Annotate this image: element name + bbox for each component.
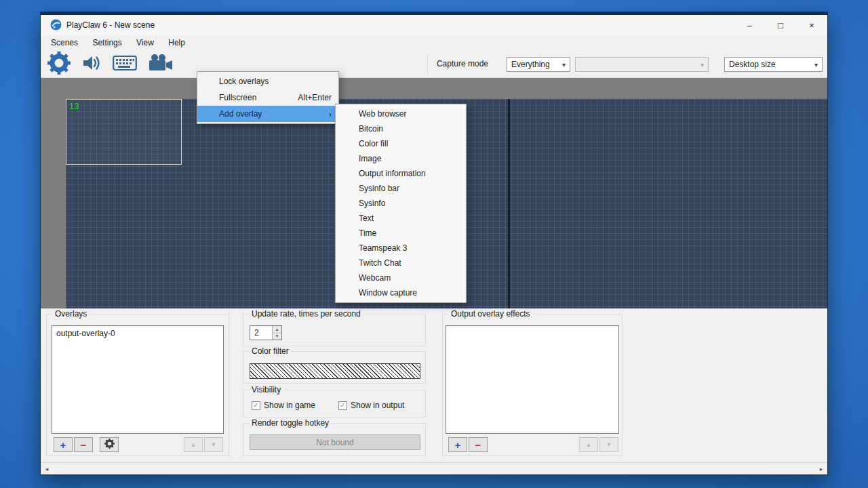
menu-item-label: Sysinfo bar: [359, 184, 399, 193]
submenu-item-output-information[interactable]: Output information: [336, 166, 466, 181]
submenu-item-text[interactable]: Text: [336, 211, 466, 226]
visibility-title: Visibility: [249, 385, 283, 394]
submenu-item-twitch-chat[interactable]: Twitch Chat: [336, 256, 466, 270]
spinner-buttons: ▲ ▼: [272, 326, 281, 340]
capture-mode-label: Capture mode: [420, 50, 488, 78]
submenu-item-bitcoin[interactable]: Bitcoin: [336, 121, 466, 136]
overlay-list-item[interactable]: output-overlay-0: [52, 326, 223, 341]
down-arrow-icon: ▼: [606, 441, 612, 448]
menu-item-label: Webcam: [359, 273, 391, 283]
toolbar-icons: [46, 50, 175, 78]
submenu-item-webcam[interactable]: Webcam: [336, 270, 466, 285]
effects-listbox[interactable]: [446, 325, 619, 434]
close-button[interactable]: ×: [796, 15, 827, 35]
menu-item-label: Twitch Chat: [359, 258, 401, 268]
playclaw-logo-icon: [50, 19, 62, 30]
show-in-output-label: Show in output: [351, 401, 404, 410]
menubar-item-scenes[interactable]: Scenes: [45, 35, 84, 50]
overlay-move-down-button[interactable]: ▼: [204, 437, 223, 452]
color-filter-title: Color filter: [249, 346, 292, 356]
title-bar[interactable]: PlayClaw 6 - New scene – □ ×: [41, 15, 827, 35]
show-in-game-checkbox[interactable]: ✓ Show in game: [252, 401, 315, 410]
remove-overlay-button[interactable]: −: [74, 437, 93, 452]
up-arrow-icon: ▲: [275, 327, 279, 331]
recording-button[interactable]: [146, 52, 175, 77]
keyboard-icon: [113, 54, 137, 74]
update-rate-spinner[interactable]: 2 ▲ ▼: [250, 325, 282, 340]
submenu-arrow-icon: ›: [329, 109, 332, 119]
show-in-game-label: Show in game: [264, 401, 315, 410]
effects-remove-button[interactable]: −: [469, 437, 488, 452]
overlays-listbox[interactable]: output-overlay-0: [52, 325, 224, 434]
overlays-title: Overlays: [52, 309, 90, 319]
add-overlay-submenu: Web browser Bitcoin Color fill Image Out…: [335, 104, 467, 303]
show-in-output-checkbox[interactable]: ✓ Show in output: [338, 401, 404, 410]
overlay-settings-button[interactable]: [100, 437, 119, 452]
checkbox-checked-icon[interactable]: ✓: [252, 401, 260, 410]
submenu-item-web-browser[interactable]: Web browser: [336, 106, 466, 121]
speaker-icon: [81, 54, 102, 75]
menu-item-label: Output information: [359, 169, 426, 178]
overlay-region[interactable]: 13: [66, 99, 182, 165]
monitor-divider: [508, 99, 510, 308]
audio-button[interactable]: [80, 52, 103, 77]
down-arrow-icon: ▼: [275, 334, 279, 338]
menu-item-label: Bitcoin: [359, 124, 383, 134]
menu-item-shortcut: Alt+Enter: [298, 93, 332, 102]
capture-source-select[interactable]: Everything ▾: [507, 57, 570, 72]
menu-item-label: Lock overlays: [219, 77, 269, 86]
settings-gear-button[interactable]: [46, 52, 72, 77]
menu-item-label: Window capture: [359, 288, 417, 298]
effects-add-button[interactable]: +: [448, 437, 467, 452]
update-rate-value: 2: [254, 326, 259, 340]
output-size-select[interactable]: Desktop size ▾: [724, 57, 823, 72]
update-rate-title: Update rate, times per second: [249, 309, 363, 319]
update-rate-groupbox: Update rate, times per second 2 ▲ ▼: [243, 314, 426, 346]
visibility-groupbox: Visibility ✓ Show in game ✓ Show in outp…: [243, 390, 426, 418]
submenu-item-color-fill[interactable]: Color fill: [336, 136, 466, 151]
submenu-item-sysinfo[interactable]: Sysinfo: [336, 196, 466, 211]
menu-item-add-overlay[interactable]: Add overlay ›: [197, 106, 338, 122]
submenu-item-sysinfo-bar[interactable]: Sysinfo bar: [336, 181, 466, 196]
chevron-down-icon: ▾: [810, 61, 822, 68]
overlay-value-label: 13: [69, 101, 79, 111]
menu-item-label: Time: [359, 228, 376, 238]
submenu-item-image[interactable]: Image: [336, 151, 466, 166]
checkbox-checked-icon[interactable]: ✓: [338, 401, 347, 410]
menubar-item-settings[interactable]: Settings: [86, 35, 127, 50]
minimize-button[interactable]: –: [734, 15, 765, 35]
output-size-value: Desktop size: [729, 60, 776, 69]
menu-item-fullscreen[interactable]: Fullscreen Alt+Enter: [197, 89, 338, 106]
color-filter-groupbox: Color filter: [243, 351, 426, 384]
gear-icon: [47, 52, 71, 77]
left-arrow-icon: ◂: [45, 466, 49, 472]
right-arrow-icon: ▸: [820, 466, 823, 472]
submenu-item-teamspeak-3[interactable]: Teamspeak 3: [336, 241, 466, 256]
menu-item-lock-overlays[interactable]: Lock overlays: [197, 73, 338, 89]
menu-item-label: Image: [359, 154, 381, 163]
gear-icon: [104, 439, 115, 451]
add-overlay-button[interactable]: +: [54, 437, 73, 452]
submenu-item-window-capture[interactable]: Window capture: [336, 285, 466, 300]
horizontal-scrollbar[interactable]: ◂ ▸: [41, 462, 827, 474]
scroll-right-button[interactable]: ▸: [816, 464, 827, 474]
up-arrow-icon: ▲: [191, 441, 197, 448]
effects-move-down-button[interactable]: ▼: [599, 437, 618, 452]
capture-target-select[interactable]: ▾: [575, 57, 709, 72]
effects-title: Output overlay effects: [448, 309, 533, 319]
effects-move-up-button[interactable]: ▲: [579, 437, 598, 452]
hotkey-bind-button[interactable]: Not bound: [250, 434, 420, 450]
hotkeys-button[interactable]: [111, 52, 138, 77]
properties-panel: Overlays output-overlay-0 + −: [41, 308, 827, 462]
menubar-item-help[interactable]: Help: [162, 35, 191, 50]
menu-item-label: Add overlay: [219, 109, 262, 119]
menubar-item-view[interactable]: View: [130, 35, 160, 50]
submenu-item-time[interactable]: Time: [336, 226, 466, 241]
maximize-button[interactable]: □: [765, 15, 796, 35]
color-filter-swatch[interactable]: [250, 363, 420, 379]
spinner-up-button[interactable]: ▲: [273, 326, 281, 333]
down-arrow-icon: ▼: [211, 441, 217, 448]
scroll-left-button[interactable]: ◂: [41, 464, 52, 474]
overlay-move-up-button[interactable]: ▲: [184, 437, 203, 452]
spinner-down-button[interactable]: ▼: [273, 333, 281, 340]
